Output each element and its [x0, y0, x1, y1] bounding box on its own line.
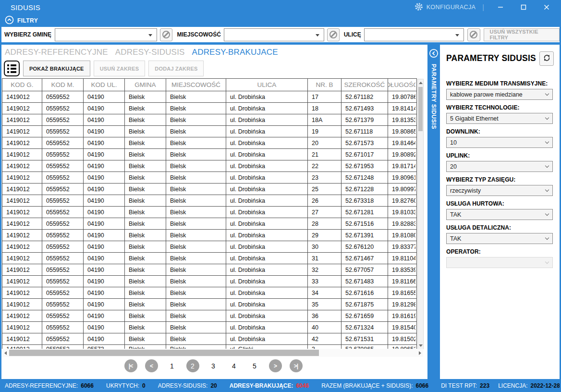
horizontal-scrollbar[interactable]: [2, 349, 423, 357]
table-row[interactable]: 1419012055955204190BielskBielskul. Drobi…: [2, 299, 416, 310]
param-select[interactable]: 5 Gigabit Ethernet: [446, 113, 553, 124]
table-row[interactable]: 1419012055955204190BielskBielskul. Drobi…: [2, 126, 416, 137]
status-label: ADRESY-SIDUSIS:: [158, 382, 208, 389]
chevron-down-icon: [545, 212, 549, 216]
panel-collapse-button[interactable]: [429, 49, 439, 60]
table-cell: 04190: [84, 322, 125, 333]
page-button-3[interactable]: 3: [207, 359, 220, 372]
usun-zakres-button[interactable]: USUŃ ZAKRES: [94, 61, 146, 76]
tab-adresy-referencyjne[interactable]: ADRESY-REFERENCYJNE: [5, 48, 108, 57]
chevron-down-icon: [545, 188, 549, 192]
ulica-filter-combobox[interactable]: [364, 28, 464, 41]
table-row[interactable]: 1419012055955204190BielskBielskul. Drobi…: [2, 184, 416, 195]
minimize-button[interactable]: [491, 1, 510, 13]
ulica-filter-clear-button[interactable]: [467, 28, 480, 41]
table-cell: 19.80652: [388, 345, 415, 349]
filters-collapse-toggle[interactable]: FILTRY: [5, 15, 38, 26]
table-row[interactable]: 1419012055955204190BielskBielskul. Drobi…: [2, 287, 416, 299]
scroll-up-arrow-icon[interactable]: [418, 79, 423, 86]
column-header[interactable]: GMINA: [125, 79, 166, 91]
miejscowosc-filter-combobox[interactable]: [224, 28, 324, 41]
column-chooser-button[interactable]: [4, 61, 20, 76]
table-row[interactable]: 1419012055955204190BielskBielskul. Drobi…: [2, 114, 416, 126]
param-select[interactable]: 20: [446, 161, 553, 172]
table-cell: 18: [308, 103, 341, 114]
clear-all-filters-button[interactable]: USUŃ WSZYSTKIE FILTRY: [484, 28, 560, 41]
table-cell: 04190: [84, 241, 125, 252]
param-select[interactable]: kablowe parowe miedziane: [446, 89, 553, 100]
column-header[interactable]: KOD M.: [42, 79, 84, 91]
table-row[interactable]: 1419012055955204190BielskBielskul. Drobi…: [2, 253, 416, 264]
scroll-down-arrow-icon[interactable]: [418, 342, 423, 349]
table-cell: 19.81166: [388, 276, 415, 287]
table-row[interactable]: 1419012055955204190BielskBielskul. Drobi…: [2, 91, 416, 103]
refresh-params-button[interactable]: [539, 51, 554, 66]
first-page-button[interactable]: |<: [124, 359, 137, 372]
scroll-left-arrow-icon[interactable]: [2, 351, 9, 355]
maximize-button[interactable]: [514, 1, 533, 13]
tab-adresy-brakujace[interactable]: ADRESY-BRAKUJACE: [192, 48, 278, 57]
table-cell: 0559552: [42, 333, 84, 344]
close-button[interactable]: [537, 1, 556, 13]
column-header[interactable]: ULICA: [226, 79, 308, 91]
column-header[interactable]: MIEJSCOWOŚĆ: [166, 79, 226, 91]
table-row[interactable]: 1419012055955204190BielskBielskul. Drobi…: [2, 137, 416, 149]
column-header[interactable]: KOD G.: [2, 79, 42, 91]
page-button-1[interactable]: 1: [166, 359, 179, 372]
table-cell: 04190: [84, 137, 125, 148]
table-row[interactable]: 1419012055955204190BielskBielskul. Drobi…: [2, 241, 416, 253]
miejscowosc-filter-clear-button[interactable]: [327, 28, 340, 41]
tab-adresy-sidusis[interactable]: ADRESY-SIDUSIS: [115, 48, 185, 57]
table-row[interactable]: 1419012055955204190BielskBielskul. Drobi…: [2, 172, 416, 184]
table-row[interactable]: 1419012055955204190BielskBielskul. Drobi…: [2, 103, 416, 114]
page-button-2[interactable]: 2: [186, 359, 199, 372]
column-header[interactable]: NR. B: [308, 79, 341, 91]
vertical-scrollbar[interactable]: [417, 79, 424, 349]
param-select[interactable]: 10: [446, 137, 553, 148]
table-row[interactable]: 1419012055955204190BielskBielskul. Drobi…: [2, 195, 416, 207]
pokaz-brakujace-button[interactable]: POKAŻ BRAKUJĄCE: [23, 61, 90, 76]
next-page-button[interactable]: >: [269, 359, 282, 372]
table-row[interactable]: 1419012055955204190BielskBielskul. Drobi…: [2, 160, 416, 172]
column-header[interactable]: SZEROKOŚĆ: [341, 79, 388, 91]
last-page-button[interactable]: >|: [290, 359, 303, 372]
konfiguracja-button[interactable]: KONFIGURACJA: [415, 2, 476, 12]
table-row[interactable]: 1419012055955204190BielskBielskul. Drobi…: [2, 333, 416, 345]
chevron-down-icon: [545, 260, 549, 264]
table-cell: 52.671659: [341, 310, 388, 321]
table-row[interactable]: 1419012055955204190BielskBielskul. Drobi…: [2, 149, 416, 160]
page-button-5[interactable]: 5: [248, 359, 261, 372]
param-select[interactable]: rzeczywisty: [446, 185, 553, 196]
param-select[interactable]: TAK: [446, 209, 553, 220]
table-cell: 0559552: [42, 253, 84, 264]
table-cell: 0559552: [42, 172, 84, 183]
vertical-scrollbar-thumb[interactable]: [418, 87, 423, 131]
column-header[interactable]: KOD UL.: [84, 79, 125, 91]
table-row-partial[interactable]: 1419012055955205573BielskBielskul. Glink…: [2, 345, 416, 349]
table-row[interactable]: 1419012055955204190BielskBielskul. Drobi…: [2, 322, 416, 333]
table-cell: 32: [308, 264, 341, 275]
page-button-4[interactable]: 4: [228, 359, 241, 372]
dodaj-zakres-button[interactable]: DODAJ ZAKRES: [148, 61, 204, 76]
table-row[interactable]: 1419012055955204190BielskBielskul. Drobi…: [2, 276, 416, 287]
prev-page-button[interactable]: <: [145, 359, 158, 372]
table-cell: 52.671324: [341, 322, 388, 333]
table-row[interactable]: 1419012055955204190BielskBielskul. Drobi…: [2, 218, 416, 230]
horizontal-scrollbar-thumb[interactable]: [9, 350, 319, 356]
table-cell: 18A: [308, 114, 341, 125]
table-row[interactable]: 1419012055955204190BielskBielskul. Drobi…: [2, 310, 416, 322]
table-row[interactable]: 1419012055955204190BielskBielskul. Drobi…: [2, 207, 416, 218]
table-row[interactable]: 1419012055955204190BielskBielskul. Drobi…: [2, 230, 416, 241]
gmina-filter-clear-button[interactable]: [160, 28, 172, 41]
param-select[interactable]: TAK: [446, 233, 553, 244]
scroll-right-arrow-icon[interactable]: [416, 351, 423, 355]
table-cell: 52.671281: [341, 207, 388, 218]
column-header[interactable]: DŁUGOŚĆ: [388, 79, 415, 91]
table-cell: 1419012: [2, 333, 42, 344]
table-cell: Bielsk: [125, 264, 166, 275]
table-cell: 19.81353: [388, 114, 415, 125]
gmina-filter-combobox[interactable]: [55, 28, 157, 41]
table-cell: 3: [308, 345, 341, 349]
param-group: WYBIERZ TECHNOLOGIE:5 Gigabit Ethernet: [446, 104, 553, 124]
table-row[interactable]: 1419012055955204190BielskBielskul. Drobi…: [2, 264, 416, 276]
